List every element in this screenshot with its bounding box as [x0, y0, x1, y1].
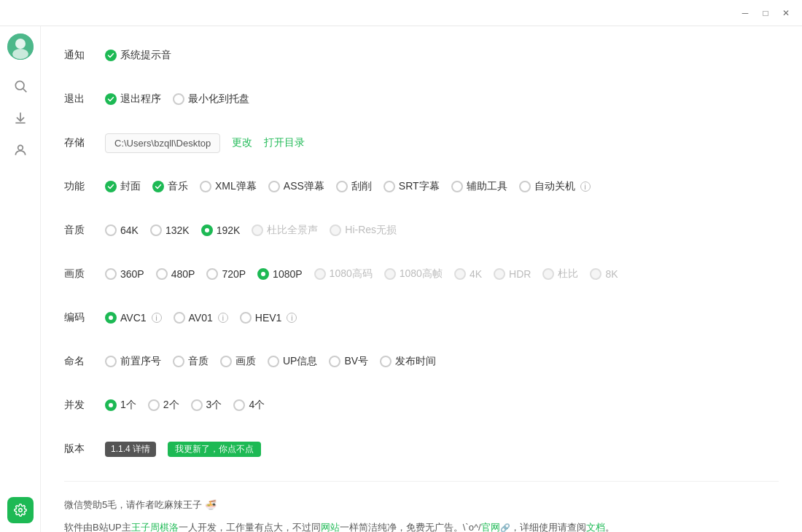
- audio-64k[interactable]: 64K: [105, 224, 139, 236]
- storage-change-button[interactable]: 更改: [232, 136, 252, 149]
- auto-shutdown-info-icon[interactable]: i: [580, 181, 591, 192]
- storage-row: 存储 C:\Users\bzqll\Desktop 更改 打开目录: [64, 131, 779, 154]
- codec-hev1[interactable]: HEV1 i: [240, 312, 297, 324]
- naming-publish-time[interactable]: 发布时间: [380, 355, 436, 368]
- exit-row: 退出 退出程序 最小化到托盘: [64, 87, 779, 111]
- storage-label: 存储: [64, 136, 105, 149]
- author-link[interactable]: 王子周棋洛: [131, 522, 179, 532]
- audio-64k-label: 64K: [120, 224, 139, 236]
- audio-192k[interactable]: 192K: [201, 224, 241, 236]
- naming-video[interactable]: 画质: [220, 355, 256, 368]
- feature-srt[interactable]: SRT字幕: [384, 180, 440, 193]
- feature-auto-shutdown[interactable]: 自动关机 i: [519, 180, 591, 193]
- feature-auto-shutdown-label: 自动关机: [534, 180, 575, 193]
- video-1080-high-radio: [314, 268, 326, 280]
- feature-music-label: 音乐: [168, 180, 188, 193]
- concurrency-row: 并发 1个 2个 3个 4个: [64, 394, 779, 417]
- features-content: 封面 音乐 XML弹幕 ASS弹幕 刮削: [105, 180, 591, 193]
- codec-row: 编码 AVC1 i AV01 i HEV1 i: [64, 306, 779, 329]
- official-site-link[interactable]: 官网: [481, 522, 500, 532]
- naming-audio[interactable]: 音质: [173, 355, 209, 368]
- concurrency-1[interactable]: 1个: [105, 399, 136, 412]
- video-dolby-radio: [542, 268, 554, 280]
- concurrency-content: 1个 2个 3个 4个: [105, 399, 265, 412]
- notification-label: 通知: [64, 49, 105, 62]
- naming-bv-label: BV号: [344, 355, 368, 368]
- avatar[interactable]: [7, 34, 34, 60]
- docs-link[interactable]: 文档: [586, 522, 605, 532]
- concurrency-4[interactable]: 4个: [233, 399, 265, 412]
- feature-cover-label: 封面: [120, 180, 141, 193]
- audio-192k-radio: [201, 224, 213, 236]
- video-1080-high-label: 1080高码: [330, 267, 373, 281]
- codec-avc1-info-icon[interactable]: i: [152, 313, 162, 323]
- video-1080-hfr-label: 1080高帧: [400, 267, 443, 281]
- sidebar-item-download[interactable]: [7, 105, 34, 131]
- video-1080p-label: 1080P: [273, 268, 302, 280]
- codec-hev1-info-icon[interactable]: i: [287, 313, 297, 323]
- storage-open-button[interactable]: 打开目录: [264, 136, 305, 149]
- video-480p[interactable]: 480P: [156, 268, 195, 280]
- naming-up-info[interactable]: UP信息: [268, 355, 317, 368]
- feature-ass-danmu-label: ASS弹幕: [284, 180, 324, 193]
- codec-av01-info-icon[interactable]: i: [218, 313, 228, 323]
- feature-xml-danmu[interactable]: XML弹幕: [200, 180, 257, 193]
- video-1080-hfr: 1080高帧: [384, 267, 443, 281]
- codec-av01[interactable]: AV01 i: [174, 312, 228, 324]
- feature-cover-check: [105, 181, 117, 192]
- close-button[interactable]: ✕: [776, 3, 796, 23]
- video-hdr-radio: [494, 268, 505, 280]
- video-360p[interactable]: 360P: [105, 268, 144, 280]
- update-badge[interactable]: 我更新了，你点不点: [168, 442, 261, 457]
- notification-system-sound[interactable]: 系统提示音: [105, 49, 171, 62]
- sidebar-item-search[interactable]: [7, 73, 34, 99]
- sidebar-item-user[interactable]: [7, 137, 34, 163]
- video-360p-radio: [105, 268, 117, 280]
- feature-ass-danmu[interactable]: ASS弹幕: [268, 180, 324, 193]
- version-content: 1.1.4 详情 我更新了，你点不点: [105, 442, 261, 457]
- feature-auto-shutdown-radio: [519, 181, 531, 192]
- codec-hev1-label: HEV1: [255, 312, 282, 324]
- video-1080-hfr-radio: [384, 268, 396, 280]
- storage-content: C:\Users\bzqll\Desktop 更改 打开目录: [105, 133, 305, 153]
- audio-132k[interactable]: 132K: [150, 224, 190, 236]
- audio-dolby-radio: [252, 224, 263, 236]
- concurrency-4-label: 4个: [249, 399, 265, 412]
- video-720p-radio: [206, 268, 218, 280]
- video-8k-label: 8K: [605, 268, 618, 280]
- version-badge[interactable]: 1.1.4 详情: [105, 442, 156, 457]
- video-1080p[interactable]: 1080P: [257, 268, 302, 280]
- codec-hev1-radio: [240, 312, 252, 324]
- concurrency-3[interactable]: 3个: [191, 399, 222, 412]
- codec-avc1[interactable]: AVC1 i: [105, 312, 162, 324]
- settings-panel: 通知 系统提示音 退出 退出程序: [41, 26, 802, 532]
- naming-bv[interactable]: BV号: [329, 355, 368, 368]
- naming-prefix[interactable]: 前置序号: [105, 355, 161, 368]
- exit-label: 退出: [64, 93, 105, 106]
- minimize-tray-option[interactable]: 最小化到托盘: [173, 93, 249, 106]
- feature-cover[interactable]: 封面: [105, 180, 141, 193]
- features-label: 功能: [64, 180, 105, 193]
- feature-scrape[interactable]: 刮削: [336, 180, 372, 193]
- concurrency-2[interactable]: 2个: [148, 399, 179, 412]
- website-link[interactable]: 网站: [321, 522, 340, 532]
- codec-content: AVC1 i AV01 i HEV1 i: [105, 312, 297, 324]
- svg-point-6: [17, 145, 23, 150]
- feature-tools[interactable]: 辅助工具: [451, 180, 507, 193]
- feature-music-check: [152, 181, 164, 192]
- concurrency-4-radio: [233, 399, 245, 411]
- exit-program-option[interactable]: 退出程序: [105, 93, 161, 106]
- svg-point-2: [12, 49, 28, 59]
- feature-music[interactable]: 音乐: [152, 180, 188, 193]
- video-720p[interactable]: 720P: [206, 268, 246, 280]
- concurrency-label: 并发: [64, 399, 105, 412]
- video-8k: 8K: [590, 268, 618, 280]
- minimize-button[interactable]: ─: [735, 3, 755, 23]
- sidebar-item-settings[interactable]: [7, 497, 34, 523]
- svg-point-7: [18, 509, 22, 512]
- video-quality-label: 画质: [64, 267, 105, 281]
- maximize-button[interactable]: □: [755, 3, 776, 23]
- audio-quality-row: 音质 64K 132K 192K 杜比全景声: [64, 219, 779, 242]
- minimize-tray-label: 最小化到托盘: [188, 93, 249, 106]
- video-hdr: HDR: [494, 268, 531, 280]
